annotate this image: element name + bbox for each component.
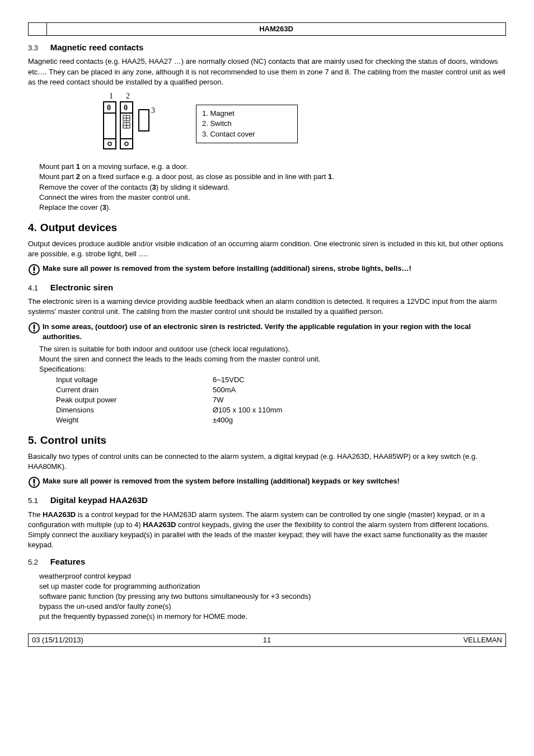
note-3: Specifications: xyxy=(39,364,506,374)
note-2: Mount the siren and connect the leads to… xyxy=(39,354,506,364)
svg-rect-21 xyxy=(34,325,35,329)
section-5-1-title: Digital keypad HAA263D xyxy=(50,495,148,505)
reed-contact-diagram: 1 2 0 0 3 xyxy=(95,92,179,156)
step-5: Replace the cover (3). xyxy=(39,203,506,213)
warning-icon xyxy=(28,264,43,276)
section-3-3-steps: Mount part 1 on a moving surface, e.g. a… xyxy=(39,162,506,213)
svg-point-15 xyxy=(125,142,128,145)
note-1: The siren is suitable for both indoor an… xyxy=(39,344,506,354)
spec-label: Peak output power xyxy=(56,395,213,405)
page-header-table: HAM263D xyxy=(28,22,506,36)
feature-item: set up master code for programming autho… xyxy=(39,581,506,591)
spec-label: Current drain xyxy=(56,385,213,395)
spec-value: 7W xyxy=(213,395,224,405)
spec-row: Weight±400g xyxy=(56,415,506,425)
spec-row: DimensionsØ105 x 100 x 110mm xyxy=(56,405,506,415)
section-4-warning-text: Make sure all power is removed from the … xyxy=(43,264,411,274)
svg-rect-19 xyxy=(34,272,35,274)
spec-value: ±400g xyxy=(213,415,233,425)
diagram-label-1: 1 xyxy=(109,92,113,100)
section-5-number: 5. xyxy=(28,434,37,446)
warning-icon xyxy=(28,476,43,489)
section-4-1-intro: The electronic siren is a warning device… xyxy=(28,297,506,317)
spec-row: Peak output power7W xyxy=(56,395,506,405)
section-3-3-title: Magnetic reed contacts xyxy=(50,43,144,52)
legend-item-2: 2. Switch xyxy=(202,119,292,129)
spec-value: Ø105 x 100 x 110mm xyxy=(213,405,282,415)
section-4-1-notes: The siren is suitable for both indoor an… xyxy=(39,344,506,426)
footer-page-number: 11 xyxy=(186,633,348,646)
svg-rect-4 xyxy=(104,113,116,139)
section-5-warning-text: Make sure all power is removed from the … xyxy=(43,476,400,486)
section-5-2-title: Features xyxy=(50,557,86,566)
svg-text:0: 0 xyxy=(107,104,111,112)
header-title: HAM263D xyxy=(47,23,506,36)
svg-text:0: 0 xyxy=(124,104,128,112)
diagram-label-2: 2 xyxy=(126,92,130,100)
section-5-2-heading: 5.2 Features xyxy=(28,556,506,567)
section-5-heading: 5.Control units xyxy=(28,433,506,448)
section-4-intro: Output devices produce audible and/or vi… xyxy=(28,239,506,259)
section-3-3-heading: 3.3 Magnetic reed contacts xyxy=(28,41,506,53)
feature-item: weatherproof control keypad xyxy=(39,571,506,581)
svg-rect-16 xyxy=(139,110,149,131)
footer-brand: VELLEMAN xyxy=(348,633,506,646)
svg-point-13 xyxy=(108,142,111,145)
svg-rect-12 xyxy=(104,139,116,149)
spec-label: Weight xyxy=(56,415,213,425)
diagram-label-3: 3 xyxy=(151,106,155,115)
spec-label: Dimensions xyxy=(56,405,213,415)
spec-value: 6~15VDC xyxy=(213,375,245,385)
section-5-warning: Make sure all power is removed from the … xyxy=(28,476,506,489)
reed-contact-diagram-row: 1 2 0 0 3 1. M xyxy=(95,92,506,156)
section-4-1-number: 4.1 xyxy=(28,283,38,293)
section-5-2-number: 5.2 xyxy=(28,557,38,567)
section-3-3-intro: Magnetic reed contacts (e.g. HAA25, HAA2… xyxy=(28,57,506,87)
section-5-1-number: 5.1 xyxy=(28,496,38,506)
feature-item: bypass the un-used and/or faulty zone(s) xyxy=(39,602,506,612)
warning-icon xyxy=(28,322,43,334)
step-2: Mount part 2 on a fixed surface e.g. a d… xyxy=(39,172,506,182)
svg-rect-14 xyxy=(120,139,133,149)
section-4-warning: Make sure all power is removed from the … xyxy=(28,264,506,276)
features-list: weatherproof control keypad set up maste… xyxy=(39,571,506,622)
spec-row: Input voltage6~15VDC xyxy=(56,375,506,385)
section-4-1-title: Electronic siren xyxy=(50,283,114,292)
step-4: Connect the wires from the master contro… xyxy=(39,192,506,203)
svg-rect-18 xyxy=(34,266,35,271)
feature-item: software panic function (by pressing any… xyxy=(39,591,506,602)
header-empty-cell xyxy=(29,23,47,36)
section-5-1-heading: 5.1 Digital keypad HAA263D xyxy=(28,494,506,506)
section-4-1-warning-text: In some areas, (outdoor) use of an elect… xyxy=(43,322,506,342)
svg-rect-22 xyxy=(34,330,35,331)
page-footer-table: 03 (15/11/2013) 11 VELLEMAN xyxy=(28,633,506,647)
spec-table: Input voltage6~15VDC Current drain500mA … xyxy=(56,375,506,426)
svg-rect-24 xyxy=(34,479,35,483)
spec-row: Current drain500mA xyxy=(56,385,506,395)
section-5-intro: Basically two types of control units can… xyxy=(28,452,506,472)
diagram-legend: 1. Magnet 2. Switch 3. Contact cover xyxy=(196,105,298,143)
step-1: Mount part 1 on a moving surface, e.g. a… xyxy=(39,162,506,172)
legend-item-3: 3. Contact cover xyxy=(202,129,292,139)
section-4-heading: 4.Output devices xyxy=(28,220,506,236)
step-3: Remove the cover of the contacts (3) by … xyxy=(39,182,506,192)
footer-date: 03 (15/11/2013) xyxy=(29,633,186,646)
section-5-title: Control units xyxy=(40,434,106,446)
section-4-number: 4. xyxy=(28,222,37,233)
feature-item: put the frequently bypassed zone(s) in m… xyxy=(39,612,506,622)
section-5-1-body: The HAA263D is a control keypad for the … xyxy=(28,510,506,551)
spec-value: 500mA xyxy=(213,385,236,395)
svg-rect-25 xyxy=(34,485,35,486)
section-4-1-warning: In some areas, (outdoor) use of an elect… xyxy=(28,322,506,342)
spec-label: Input voltage xyxy=(56,375,213,385)
legend-item-1: 1. Magnet xyxy=(202,109,292,119)
section-4-1-heading: 4.1 Electronic siren xyxy=(28,281,506,293)
section-4-title: Output devices xyxy=(40,222,117,233)
section-3-3-number: 3.3 xyxy=(28,43,38,53)
